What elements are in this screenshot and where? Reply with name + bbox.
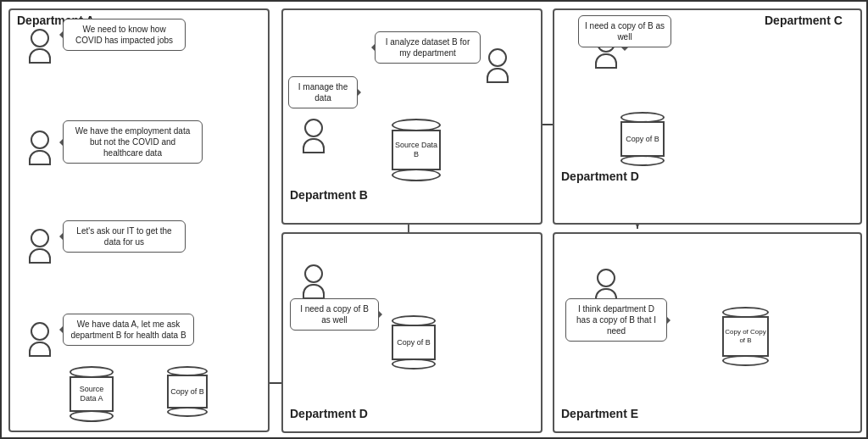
dept-e-label: Department E xyxy=(561,407,638,420)
person-b2-head xyxy=(488,48,507,67)
person-a1-head xyxy=(31,29,49,47)
cylinder-copy-b-a: Copy of B xyxy=(167,366,208,417)
dept-d-inside-c-label: Department D xyxy=(561,169,639,183)
cyl-source-a-bottom xyxy=(70,410,114,422)
person-a2 xyxy=(29,131,51,165)
cylinder-source-a: Source Data A xyxy=(70,366,114,422)
cyl-source-b-bottom xyxy=(392,169,441,181)
person-d1 xyxy=(303,264,325,299)
bubble-a4: We have data A, let me ask department B … xyxy=(63,314,194,346)
person-b2-body xyxy=(487,68,509,83)
person-d1-body xyxy=(303,284,325,299)
person-a1-body xyxy=(29,48,51,64)
cyl-copy-b-e-bottom xyxy=(722,355,769,366)
dept-b-label: Department B xyxy=(290,188,368,202)
bubble-c1: I need a copy of B as well xyxy=(578,15,671,47)
person-d1-head xyxy=(304,264,323,283)
bubble-a1: We need to know how COVID has impacted j… xyxy=(63,19,186,51)
person-c1-body xyxy=(595,53,617,69)
cylinder-source-b: Source Data B xyxy=(392,119,441,181)
cyl-copy-b-d-bottom xyxy=(392,358,436,370)
person-a4 xyxy=(29,322,51,357)
bubble-d1: I need a copy of B as well xyxy=(290,298,379,331)
person-b1-head xyxy=(304,119,323,137)
cyl-copy-b-a-bottom xyxy=(167,407,208,417)
diagram: Department A We need to know how COVID h… xyxy=(0,0,868,439)
person-b1-body xyxy=(303,138,325,153)
person-b1 xyxy=(303,119,325,153)
bubble-b1: I manage the data xyxy=(288,76,358,108)
cylinder-copy-b-c: Copy of B xyxy=(620,112,665,166)
person-a4-head xyxy=(31,322,49,341)
person-a1 xyxy=(29,29,51,64)
person-a2-head xyxy=(31,131,49,149)
person-e1-head xyxy=(597,269,615,287)
cyl-copy-b-e-body: Copy of Copy of B xyxy=(722,316,769,357)
cyl-copy-b-a-body: Copy of B xyxy=(167,375,208,408)
bubble-a2: We have the employment data but not the … xyxy=(63,120,203,164)
person-a3-head xyxy=(31,229,49,247)
cyl-copy-b-c-body: Copy of B xyxy=(620,121,665,157)
person-a4-body xyxy=(29,342,51,357)
bubble-e1: I think department D has a copy of B tha… xyxy=(565,298,667,342)
cyl-source-a-body: Source Data A xyxy=(70,376,114,412)
cyl-source-b-body: Source Data B xyxy=(392,130,441,170)
bubble-a3: Let's ask our IT to get the data for us xyxy=(63,220,186,253)
dept-c-label: Department C xyxy=(765,14,843,27)
cyl-copy-b-c-bottom xyxy=(620,155,665,166)
person-a3 xyxy=(29,229,51,264)
cyl-copy-b-d-body: Copy of B xyxy=(392,325,436,360)
person-a2-body xyxy=(29,150,51,165)
cylinder-copy-b-d: Copy of B xyxy=(392,315,436,370)
bubble-b2: I analyze dataset B for my department xyxy=(375,31,481,64)
dept-d-label: Department D xyxy=(290,407,368,420)
person-a3-body xyxy=(29,248,51,264)
person-b2 xyxy=(487,48,509,83)
cylinder-copy-b-e: Copy of Copy of B xyxy=(722,307,769,366)
